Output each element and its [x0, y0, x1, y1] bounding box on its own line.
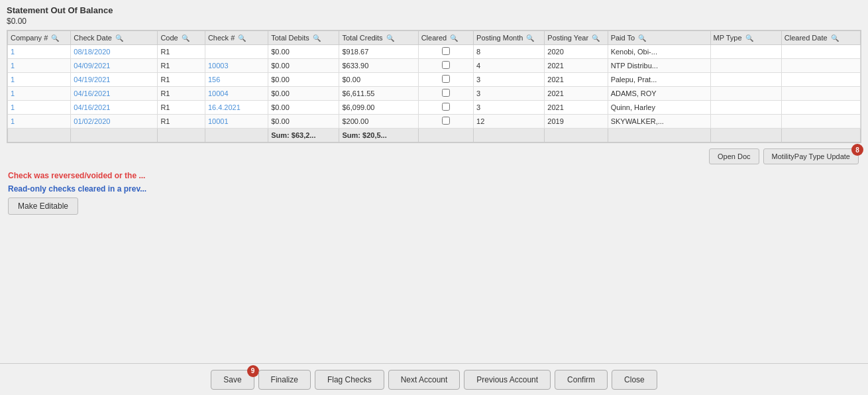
main-table: Company # 🔍 Check Date 🔍 Code 🔍 Check # …	[7, 30, 861, 142]
cleared-checkbox[interactable]	[442, 89, 450, 97]
table-cell: 12	[474, 115, 545, 129]
finalize-button[interactable]: Finalize	[258, 370, 311, 390]
sum-cell	[418, 129, 473, 142]
flag-checks-button[interactable]: Flag Checks	[315, 370, 384, 390]
table-cell[interactable]: 1	[8, 73, 71, 87]
table-cell[interactable]	[418, 59, 473, 73]
table-cell[interactable]: 10001	[205, 115, 268, 129]
sum-cell: Sum: $20,5...	[339, 129, 418, 142]
close-button[interactable]: Close	[612, 370, 657, 390]
table-cell: 2019	[545, 115, 608, 129]
col-header-cleared[interactable]: Cleared 🔍	[418, 31, 473, 45]
cleared-checkbox[interactable]	[442, 61, 450, 69]
col-header-totalcredits[interactable]: Total Credits 🔍	[339, 31, 418, 45]
col-header-checkdate[interactable]: Check Date 🔍	[71, 31, 158, 45]
sum-row: Sum: $63,2...Sum: $20,5...	[8, 129, 861, 142]
cleared-checkbox[interactable]	[442, 47, 450, 55]
sum-cell	[158, 129, 205, 142]
table-cell[interactable]	[418, 101, 473, 115]
table-wrapper: Company # 🔍 Check Date 🔍 Code 🔍 Check # …	[7, 30, 861, 143]
table-cell: NTP Distribu...	[608, 59, 710, 73]
next-account-button[interactable]: Next Account	[388, 370, 461, 390]
col-header-totaldebits[interactable]: Total Debits 🔍	[268, 31, 339, 45]
table-cell: 4	[474, 59, 545, 73]
sum-cell	[8, 129, 71, 142]
search-icon: 🔍	[526, 34, 534, 42]
cleared-checkbox[interactable]	[442, 117, 450, 125]
table-cell	[710, 101, 781, 115]
warning-text: Check was reversed/voided or the ...	[8, 171, 861, 180]
confirm-button[interactable]: Confirm	[555, 370, 608, 390]
table-cell: $0.00	[268, 59, 339, 73]
table-cell[interactable]	[418, 45, 473, 59]
table-cell: R1	[158, 87, 205, 101]
page-container: Statement Out Of Balance $0.00 Company	[0, 0, 868, 395]
col-header-postingmonth[interactable]: Posting Month 🔍	[474, 31, 545, 45]
open-doc-button[interactable]: Open Doc	[709, 148, 759, 164]
table-cell: $0.00	[268, 87, 339, 101]
table-cell: $633.90	[339, 59, 418, 73]
table-cell	[781, 73, 860, 87]
table-cell[interactable]: 01/02/2020	[71, 115, 158, 129]
table-cell	[781, 45, 860, 59]
table-cell: Quinn, Harley	[608, 101, 710, 115]
table-cell[interactable]: 1	[8, 45, 71, 59]
table-cell[interactable]: 10003	[205, 59, 268, 73]
table-cell: $918.67	[339, 45, 418, 59]
table-cell[interactable]: 04/16/2021	[71, 101, 158, 115]
table-cell[interactable]: 08/18/2020	[71, 45, 158, 59]
search-icon: 🔍	[182, 34, 190, 42]
table-cell: 2021	[545, 59, 608, 73]
table-cell[interactable]: 1	[8, 115, 71, 129]
table-cell	[781, 115, 860, 129]
table-cell: 8	[474, 45, 545, 59]
table-cell	[710, 115, 781, 129]
table-row: 104/16/2021R110004$0.00$6,611.5532021ADA…	[8, 87, 861, 101]
col-header-postingyear[interactable]: Posting Year 🔍	[545, 31, 608, 45]
table-cell: R1	[158, 45, 205, 59]
table-cell[interactable]: 1	[8, 101, 71, 115]
col-header-company[interactable]: Company # 🔍	[8, 31, 71, 45]
table-cell: 2021	[545, 101, 608, 115]
search-icon: 🔍	[386, 34, 394, 42]
table-cell: $0.00	[268, 101, 339, 115]
search-icon: 🔍	[51, 34, 59, 42]
table-cell[interactable]: 1	[8, 59, 71, 73]
balance-amount: $0.00	[7, 17, 861, 26]
cleared-checkbox[interactable]	[442, 75, 450, 83]
table-cell[interactable]: 04/16/2021	[71, 87, 158, 101]
col-header-checknum[interactable]: Check # 🔍	[205, 31, 268, 45]
col-header-cleareddate[interactable]: Cleared Date 🔍	[781, 31, 860, 45]
table-cell: R1	[158, 101, 205, 115]
col-header-mptype[interactable]: MP Type 🔍	[710, 31, 781, 45]
search-icon: 🔍	[313, 34, 321, 42]
save-badge: 9	[247, 365, 259, 377]
table-cell[interactable]: 04/19/2021	[71, 73, 158, 87]
table-cell[interactable]: 16.4.2021	[205, 101, 268, 115]
table-cell: $0.00	[268, 73, 339, 87]
table-cell: 2021	[545, 73, 608, 87]
previous-account-button[interactable]: Previous Account	[464, 370, 551, 390]
cleared-checkbox[interactable]	[442, 103, 450, 111]
make-editable-button[interactable]: Make Editable	[8, 198, 78, 215]
col-header-code[interactable]: Code 🔍	[158, 31, 205, 45]
search-icon: 🔍	[592, 34, 600, 42]
table-cell[interactable]	[418, 115, 473, 129]
table-cell[interactable]	[418, 73, 473, 87]
table-row: 108/18/2020R1$0.00$918.6782020Kenobi, Ob…	[8, 45, 861, 59]
table-cell: R1	[158, 115, 205, 129]
table-cell: $6,611.55	[339, 87, 418, 101]
table-cell[interactable]: 10004	[205, 87, 268, 101]
table-cell[interactable]: 156	[205, 73, 268, 87]
table-cell[interactable]: 1	[8, 87, 71, 101]
table-cell: 3	[474, 87, 545, 101]
table-row: 104/16/2021R116.4.2021$0.00$6,099.003202…	[8, 101, 861, 115]
table-cell[interactable]: 04/09/2021	[71, 59, 158, 73]
table-cell: $6,099.00	[339, 101, 418, 115]
motility-pay-update-button[interactable]: MotilityPay Type Update 8	[763, 148, 859, 164]
save-button[interactable]: Save 9	[211, 370, 254, 390]
sum-cell	[608, 129, 710, 142]
search-icon: 🔍	[638, 34, 646, 42]
table-cell[interactable]	[418, 87, 473, 101]
col-header-paidto[interactable]: Paid To 🔍	[608, 31, 710, 45]
